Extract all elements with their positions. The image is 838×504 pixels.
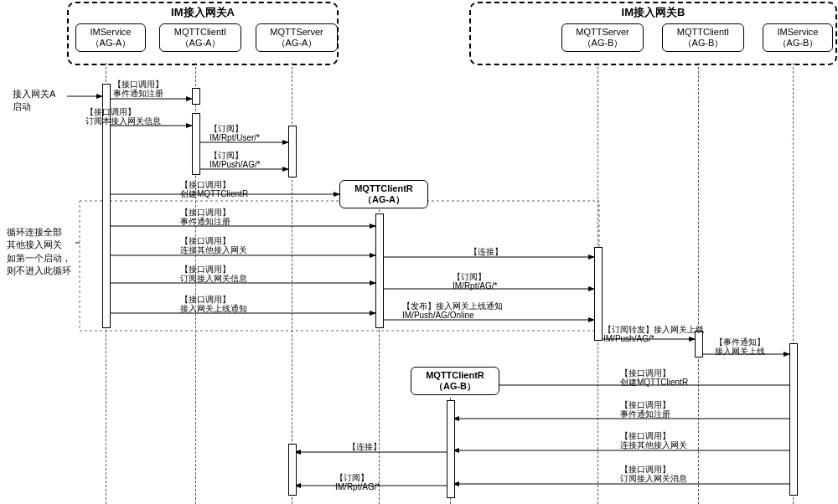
msg-m19: 【接口调用】订阅接入网关消息 [620, 465, 687, 483]
msg-m15: 【接口调用】创建MQTTClientR [620, 368, 688, 387]
svg-rect-1 [80, 201, 599, 331]
msg-m12: 【发布】接入网关上线通知IM/Push/AG/Online [402, 301, 503, 320]
act-cli-i-a-2 [192, 113, 200, 175]
act-srv-a [288, 126, 297, 177]
msg-m8: 【连接】 [469, 247, 503, 256]
msg-m2: 【接口调用】订阅本接入网关信息 [85, 107, 161, 126]
act-cli-r-a [375, 213, 384, 328]
msg-m3: 【订阅】IM/Rpt/User/* [210, 124, 260, 142]
lifeline-head-ims-b: IMService （AG-B） [763, 23, 833, 52]
msg-m4: 【订阅】IM/Push/AG/* [210, 151, 261, 169]
msg-m16: 【接口调用】事件通知注册 [620, 400, 670, 419]
lifeline-head-cli-i-b: MQTTClientI （AG-B） [662, 23, 744, 52]
act-cli-r-b [447, 400, 455, 498]
lifeline-head-cli-r-a: MQTTClientR （AG-A） [339, 180, 428, 208]
sequence-diagram: IM接入网关A IM接入网关B IMService （AG-A） MQTTCli… [0, 0, 838, 504]
lifeline-head-cli-i-a: MQTTClientI （AG-A） [159, 23, 241, 52]
msg-m10: 【订阅】IM/Rpt/AG/* [453, 272, 497, 291]
msg-m5: 【接口调用】创建MQTTClientR [180, 180, 248, 198]
lifeline-head-ims-a: IMService （AG-A） [75, 23, 146, 52]
msg-m13: 【订阅转发】接入网关上线IM/Push/AG/* [603, 325, 704, 343]
note-loop: 循环连接全部其他接入网关如第一个启动，则不进入此循环 [7, 226, 71, 278]
lifeline-head-cli-r-b: MQTTClientR （AG-B） [411, 367, 499, 395]
msg-m14: 【事件通知】接入网关上线 [715, 337, 765, 356]
msg-m1: 【接口调用】事件通知注册 [113, 80, 163, 98]
act-srv-a-2 [288, 444, 297, 496]
lifeline-head-srv-b: MQTTServer （AG-B） [561, 23, 644, 52]
msg-m17: 【接口调用】连接其他接入网关 [620, 431, 687, 450]
msg-m18: 【连接】 [348, 442, 381, 451]
lifeline-head-srv-a: MQTTServer （AG-A） [256, 23, 338, 52]
act-cli-i-a-1 [192, 88, 200, 105]
msg-m9: 【接口调用】订阅接入网关信息 [180, 265, 247, 283]
msg-m6: 【接口调用】事件通知注册 [180, 208, 230, 226]
msg-m20: 【订阅】IM/Rpt/AG/* [335, 473, 380, 491]
act-srv-b [594, 247, 603, 341]
note-start-a: 接入网关A启动 [13, 88, 55, 114]
msg-m11: 【接口调用】接入网关上线通知 [180, 295, 247, 313]
arrows-overlay [0, 0, 838, 504]
act-ims-b [789, 343, 798, 496]
msg-m7: 【接口调用】连接其他接入网关 [180, 236, 247, 255]
